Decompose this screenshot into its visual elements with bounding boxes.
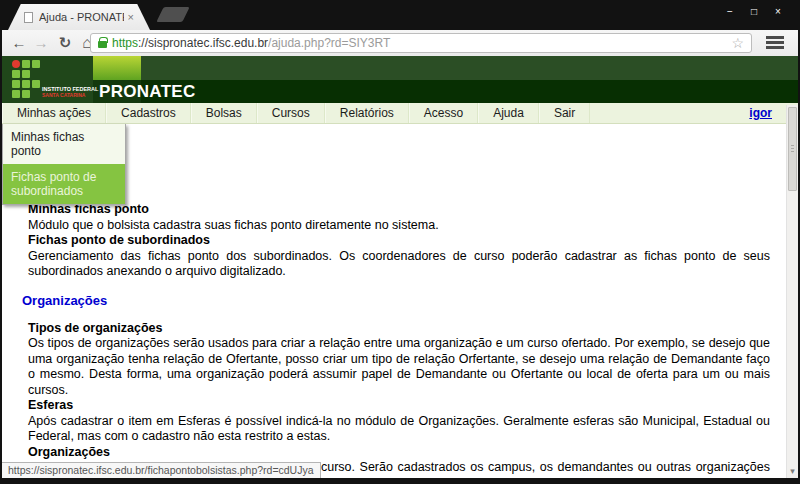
- browser-tab[interactable]: Ajuda - PRONATEC ×: [8, 4, 150, 30]
- help-section-organizacoes: OrganizaçõesTipos de organizaçõesOs tipo…: [22, 293, 770, 479]
- entry-term: Esferas: [22, 398, 770, 414]
- secure-lock-icon: [98, 41, 107, 48]
- app-title: PRONATEC: [99, 82, 196, 102]
- reload-icon[interactable]: ↻: [54, 32, 76, 54]
- url-bar[interactable]: https ://sispronatec.ifsc.edu.br /ajuda.…: [90, 33, 752, 53]
- user-link[interactable]: igor: [749, 103, 772, 123]
- window-controls: − □ ×: [718, 5, 790, 19]
- browser-menu-icon[interactable]: [766, 36, 784, 49]
- menu-item-relatorios[interactable]: Relatórios: [325, 103, 409, 123]
- maximize-button[interactable]: □: [742, 5, 766, 19]
- help-section-minhas-acoes: Minhas açõesMinhas fichas pontoMódulo qu…: [22, 174, 770, 280]
- bookmark-star-icon[interactable]: ☆: [731, 35, 744, 51]
- entry-desc: Módulo que o bolsista cadastra suas fich…: [22, 218, 770, 234]
- ifsc-logo-grid-icon: [11, 59, 41, 99]
- menu-item-minhas-acoes[interactable]: Minhas ações: [2, 103, 106, 123]
- tab-close-icon[interactable]: ×: [128, 12, 134, 22]
- page-scrollbar[interactable]: ▾: [786, 105, 798, 478]
- tab-title: Ajuda - PRONATEC: [39, 11, 124, 23]
- url-host: ://sispronatec.ifsc.edu.br: [138, 36, 268, 50]
- menu-item-sair[interactable]: Sair: [539, 103, 590, 123]
- ifsc-logo-text: INSTITUTO FEDERAL SANTA CATARINA: [42, 86, 98, 98]
- section-title: Organizações: [22, 293, 770, 308]
- dropdown-item-minhas-fichas-ponto[interactable]: Minhas fichas ponto: [3, 124, 125, 164]
- logo-line2: SANTA CATARINA: [42, 92, 98, 98]
- menu-item-bolsas[interactable]: Bolsas: [191, 103, 257, 123]
- url-path: /ajuda.php?rd=SIY3RT: [268, 36, 390, 50]
- new-tab-button[interactable]: [156, 7, 189, 22]
- ifsc-logo: INSTITUTO FEDERAL SANTA CATARINA: [2, 56, 93, 103]
- scrollbar-down-icon[interactable]: ▾: [787, 466, 798, 476]
- main-menubar: Minhas açõesCadastrosBolsasCursosRelatór…: [2, 103, 798, 124]
- entry-term: Minhas fichas ponto: [22, 202, 770, 218]
- menu-item-acesso[interactable]: Acesso: [409, 103, 478, 123]
- menu-item-ajuda[interactable]: Ajuda: [478, 103, 539, 123]
- back-icon[interactable]: ←: [8, 32, 30, 54]
- entry-term: Fichas ponto de subordinados: [22, 233, 770, 249]
- status-link-tooltip: https://sispronatec.ifsc.edu.br/fichapon…: [2, 462, 321, 478]
- menu-item-cursos[interactable]: Cursos: [257, 103, 325, 123]
- entry-desc: Gerenciamento das fichas ponto dos subor…: [22, 249, 770, 280]
- menu-item-cadastros[interactable]: Cadastros: [106, 103, 191, 123]
- dropdown-item-fichas-ponto-de-subordinados[interactable]: Fichas ponto de subordinados: [3, 164, 125, 204]
- minimize-button[interactable]: −: [718, 5, 742, 19]
- header-accent-block: [93, 56, 141, 80]
- minhas-acoes-dropdown: Minhas fichas pontoFichas ponto de subor…: [2, 124, 126, 205]
- close-button[interactable]: ×: [766, 5, 790, 19]
- entry-desc: Após cadastrar o item em Esferas é possí…: [22, 414, 770, 445]
- forward-icon[interactable]: →: [30, 32, 52, 54]
- entry-term: Organizações: [22, 445, 770, 461]
- scrollbar-thumb[interactable]: [788, 107, 797, 191]
- section-title: Minhas ações: [22, 174, 770, 189]
- app-header: INSTITUTO FEDERAL SANTA CATARINA PRONATE…: [2, 56, 798, 103]
- url-scheme: https: [112, 36, 138, 50]
- titlebar: Ajuda - PRONATEC × − □ ×: [0, 0, 800, 30]
- page-favicon-icon: [24, 12, 33, 23]
- entry-desc: Os tipos de organizações serão usados pa…: [22, 336, 770, 398]
- browser-window: Ajuda - PRONATEC × − □ × ← → ↻ ⌂ https :…: [0, 0, 800, 484]
- menu-items: Minhas açõesCadastrosBolsasCursosRelatór…: [2, 103, 590, 123]
- entry-term: Tipos de organizações: [22, 321, 770, 337]
- browser-viewport: ← → ↻ ⌂ https ://sispronatec.ifsc.edu.br…: [2, 30, 798, 478]
- browser-toolbar: ← → ↻ ⌂ https ://sispronatec.ifsc.edu.br…: [2, 30, 798, 56]
